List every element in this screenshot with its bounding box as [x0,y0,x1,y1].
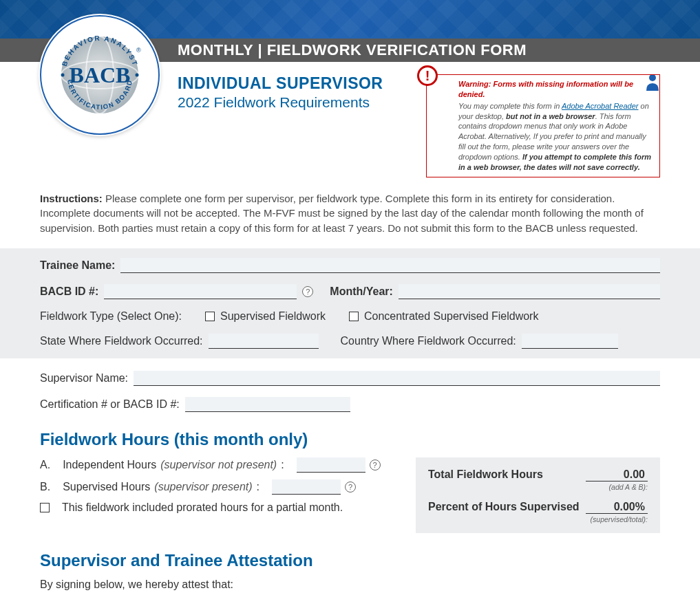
supervisor-section: Supervisor Name: Certification # or BACB… [40,358,660,412]
form-title: MONTHLY | FIELDWORK VERIFICATION FORM [178,41,527,59]
state-input[interactable] [209,334,319,349]
svg-text:®: ® [136,47,141,54]
warning-icon: ! [417,65,438,86]
bacb-logo: BEHAVIOR ANALYST CERTIFICATION BOARD BAC… [40,15,160,135]
supervised-help-icon[interactable]: ? [345,482,356,493]
trainee-section: Trainee Name: BACB ID #: ? Month/Year: F… [0,248,700,358]
total-hours-value: 0.00 [586,468,648,482]
warning-text-1: You may complete this form in [458,102,562,110]
bacb-id-input[interactable] [104,284,297,299]
fieldwork-type-label: Fieldwork Type (Select One): [40,310,182,323]
bacb-logo-svg: BEHAVIOR ANALYST CERTIFICATION BOARD BAC… [48,23,151,127]
percent-supervised-note: (supervised/total): [428,515,648,523]
svg-point-7 [61,74,65,77]
supervised-option: Supervised Fieldwork [220,310,326,323]
hours-a-note: (supervisor not present) [160,459,277,471]
hours-b-note: (supervisor present) [154,481,252,493]
warning-bold-1: but not in a web browser [506,112,595,120]
independent-help-icon[interactable]: ? [370,459,381,470]
instructions-text: Please complete one form per supervisor,… [40,193,644,235]
supervised-hours-input[interactable] [272,479,341,495]
prorated-label: This fieldwork included prorated hours f… [62,501,343,514]
hours-b-colon: : [257,481,259,493]
month-year-label: Month/Year: [330,285,393,298]
hours-b-letter: B. [40,481,50,493]
state-label: State Where Fieldwork Occurred: [40,335,203,347]
hours-a-label: Independent Hours [63,459,156,471]
subtitle-requirements: 2022 Fieldwork Requirements [178,94,419,111]
percent-supervised-label: Percent of Hours Supervised [428,501,580,513]
cert-label: Certification # or BACB ID #: [40,398,180,411]
bacb-help-icon[interactable]: ? [302,286,313,297]
adobe-reader-link[interactable]: Adobe Acrobat Reader [562,102,639,110]
svg-text:BACB: BACB [70,63,131,87]
trainee-name-input[interactable] [120,258,660,273]
percent-supervised-value: 0.00% [586,501,648,514]
independent-hours-input[interactable] [297,457,365,473]
fieldwork-hours-heading: Fieldwork Hours (this month only) [40,430,660,449]
hours-a-letter: A. [40,459,50,471]
prorated-checkbox[interactable] [40,503,50,512]
supervisor-name-label: Supervisor Name: [40,372,128,385]
concentrated-checkbox[interactable] [349,312,359,321]
total-hours-label: Total Fieldwork Hours [428,468,543,481]
country-input[interactable] [522,334,618,349]
warning-title: Warning: Forms with missing information … [458,79,653,100]
supervised-checkbox[interactable] [205,312,215,321]
warning-box: ! Warning: Forms with missing informatio… [426,74,660,177]
hours-summary-box: Total Fieldwork Hours 0.00 (add A & B): … [416,457,660,533]
instructions-label: Instructions: [40,193,103,204]
concentrated-option: Concentrated Supervised Fieldwork [364,310,538,323]
hours-a-colon: : [281,459,284,471]
trainee-name-label: Trainee Name: [40,259,115,272]
instructions: Instructions: Please complete one form p… [40,191,660,236]
country-label: Country Where Fieldwork Occurred: [341,335,516,347]
cert-input[interactable] [185,397,350,412]
svg-point-8 [136,74,139,77]
attestation-heading: Supervisor and Trainee Attestation [40,551,660,570]
supervisor-name-input[interactable] [134,371,660,386]
attestation-intro: By signing below, we hereby attest that: [40,578,660,591]
bacb-id-label: BACB ID #: [40,285,98,298]
month-year-input[interactable] [399,284,660,299]
total-hours-note: (add A & B): [428,483,648,491]
hours-b-label: Supervised Hours [63,481,150,493]
subtitle-supervisor: INDIVIDUAL SUPERVISOR [178,74,419,93]
